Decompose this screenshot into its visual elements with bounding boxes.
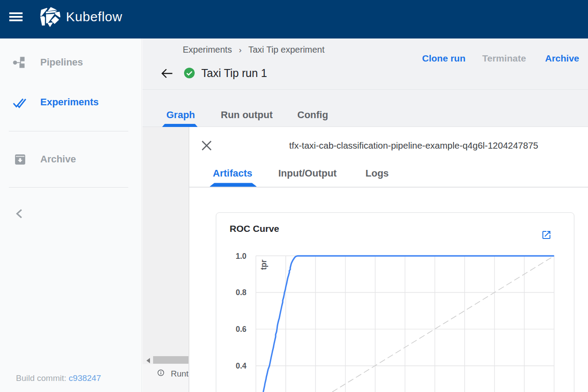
svg-text:tpr: tpr (259, 259, 268, 270)
svg-text:0.4: 0.4 (236, 361, 247, 370)
svg-text:0.6: 0.6 (236, 325, 247, 334)
svg-text:0.8: 0.8 (236, 288, 247, 297)
svg-text:1.0: 1.0 (236, 252, 247, 261)
